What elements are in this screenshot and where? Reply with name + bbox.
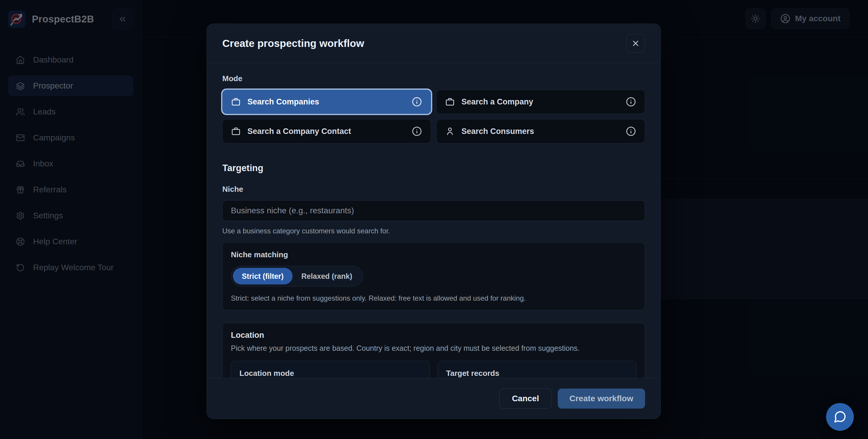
location-subgrid: Location mode Target records Choose US l… — [231, 361, 637, 378]
niche-matching-helper: Strict: select a niche from suggestions … — [231, 294, 637, 302]
segment-strict-filter[interactable]: Strict (filter) — [233, 268, 292, 284]
location-heading: Location — [231, 331, 637, 340]
cancel-button[interactable]: Cancel — [499, 389, 552, 409]
niche-helper-text: Use a business category customers would … — [222, 227, 645, 235]
mode-option-search-consumers[interactable]: Search Consumers — [436, 119, 645, 143]
niche-matching-label: Niche matching — [231, 250, 637, 259]
mode-option-label: Search Companies — [247, 97, 319, 106]
info-icon[interactable] — [412, 97, 422, 107]
targeting-heading: Targeting — [222, 163, 645, 173]
niche-label: Niche — [222, 185, 645, 194]
info-icon[interactable] — [626, 97, 636, 107]
create-prospecting-workflow-modal: Create prospecting workflow Mode Search … — [207, 24, 661, 419]
chat-fab-button[interactable] — [826, 403, 854, 431]
info-icon[interactable] — [626, 126, 636, 136]
modal-title: Create prospecting workflow — [222, 37, 364, 49]
mode-option-label: Search Consumers — [461, 127, 534, 136]
target-records-subcard: Target records Choose US locations — [438, 361, 637, 378]
mode-option-search-a-company-contact[interactable]: Search a Company Contact — [222, 119, 431, 143]
niche-matching-segmented: Strict (filter) Relaxed (rank) — [231, 266, 363, 286]
niche-matching-card: Niche matching Strict (filter) Relaxed (… — [222, 242, 645, 310]
mode-option-label: Search a Company — [461, 97, 533, 106]
segment-relaxed-rank[interactable]: Relaxed (rank) — [292, 268, 361, 284]
briefcase-icon — [231, 127, 240, 136]
message-circle-icon — [833, 410, 847, 424]
mode-options: Search Companies Search a Company Search… — [222, 90, 645, 143]
niche-input[interactable] — [222, 200, 645, 221]
mode-option-search-companies[interactable]: Search Companies — [222, 90, 431, 114]
user-icon — [445, 127, 454, 136]
location-mode-label: Location mode — [240, 369, 421, 378]
briefcase-icon — [445, 97, 454, 106]
target-records-label: Target records — [446, 369, 628, 378]
location-mode-subcard: Location mode — [231, 361, 430, 378]
location-card: Location Pick where your prospects are b… — [222, 323, 645, 378]
close-icon — [631, 39, 640, 48]
modal-header: Create prospecting workflow — [207, 24, 660, 63]
location-description: Pick where your prospects are based. Cou… — [231, 344, 637, 352]
briefcase-icon — [231, 97, 240, 106]
create-workflow-button[interactable]: Create workflow — [558, 389, 645, 409]
mode-option-search-a-company[interactable]: Search a Company — [436, 90, 645, 114]
modal-footer: Cancel Create workflow — [207, 378, 660, 419]
info-icon[interactable] — [412, 126, 422, 136]
modal-close-button[interactable] — [626, 34, 645, 53]
mode-option-label: Search a Company Contact — [247, 127, 351, 136]
mode-label: Mode — [222, 74, 645, 83]
modal-body: Mode Search Companies Search a Company S… — [207, 63, 660, 378]
